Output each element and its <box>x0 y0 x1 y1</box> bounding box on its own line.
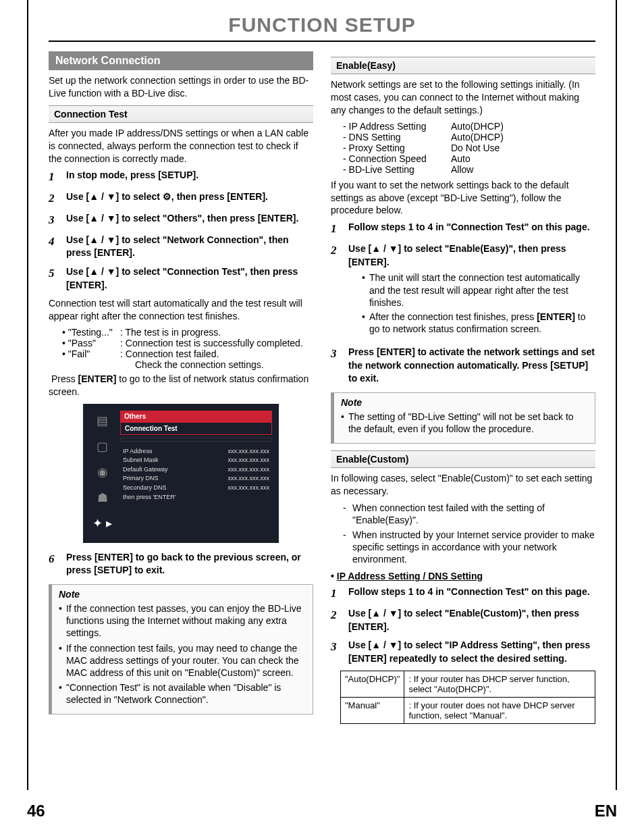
result-pass: • "Pass": Connection test is successfull… <box>62 338 313 348</box>
page-number: 46 <box>27 802 45 820</box>
custom-step-2: 2Use [▲ / ▼] to select "Enable(Custom)",… <box>331 607 595 633</box>
setting-speed: - Connection SpeedAuto <box>343 153 595 164</box>
step-6: 6Press [ENTER] to go back to the previou… <box>49 551 313 577</box>
right-column: Enable(Easy) Network settings are set to… <box>331 51 595 724</box>
table-row: "Manual" : If your router does not have … <box>341 698 595 724</box>
result-testing: • "Testing...": The test is in progress. <box>62 327 313 338</box>
osd-note: then press 'ENTER' <box>123 494 269 500</box>
easy-sub-1: The unit will start the connection test … <box>362 271 595 309</box>
connection-test-intro: After you made IP address/DNS settings o… <box>49 127 313 165</box>
easy-sub-2: After the connection test finishes, pres… <box>362 311 595 335</box>
easy-step-2: 2 Use [▲ / ▼] to select "Enable(Easy)", … <box>331 242 595 340</box>
step-3: 3Use [▲ / ▼] to select "Others", then pr… <box>49 212 313 228</box>
easy-step-1: 1Follow steps 1 to 4 in "Connection Test… <box>331 221 595 237</box>
enable-custom-intro: In following cases, select "Enable(Custo… <box>331 472 595 498</box>
table-row: "Auto(DHCP)" : If your router has DHCP s… <box>341 671 595 698</box>
osd-screenshot: ▤ ▢ ◉ ☗ ✦ ▸ Others Connection Test IP Ad… <box>83 404 279 543</box>
osd-row-gateway: Default Gatewayxxx.xxx.xxx.xxx <box>123 465 269 475</box>
step-5: 5Use [▲ / ▼] to select "Connection Test"… <box>49 265 313 292</box>
custom-step-1: 1Follow steps 1 to 4 in "Connection Test… <box>331 585 595 602</box>
press-enter-text: Press [ENTER] to go to the list of netwo… <box>49 373 313 398</box>
options-table: "Auto(DHCP)" : If your router has DHCP s… <box>340 671 595 724</box>
title-rule <box>49 41 595 42</box>
osd-row-ip: IP Addressxxx.xxx.xxx.xxx <box>123 447 269 457</box>
left-column: Network Connection Set up the network co… <box>49 51 313 724</box>
step-1: 1In stop mode, press [SETUP]. <box>49 169 313 185</box>
custom-case-2: When instructed by your Internet service… <box>343 529 595 566</box>
note-item: If the connection test fails, you may ne… <box>59 642 306 679</box>
note-title: Note <box>341 397 588 408</box>
note-item: If the connection test passes, you can e… <box>59 602 306 640</box>
note-item: The setting of "BD-Live Setting" will no… <box>341 411 588 435</box>
ip-dns-heading: • IP Address Setting / DNS Setting <box>331 571 595 581</box>
note-item: "Connection Test" is not available when … <box>59 681 306 706</box>
setting-ip: - IP Address SettingAuto(DHCP) <box>343 121 595 132</box>
easy-step-3: 3Press [ENTER] to activate the network s… <box>331 346 595 386</box>
osd-icon-others: ✦ ▸ <box>92 516 112 531</box>
enable-easy-intro: Network settings are set to the followin… <box>331 78 595 117</box>
osd-row-subnet: Subnet Maskxxx.xxx.xxx.xxx <box>123 456 269 465</box>
note-title: Note <box>59 589 306 600</box>
enable-easy-reset: If you want to set the network settings … <box>331 179 595 217</box>
step-2: 2Use [▲ / ▼] to select ⚙, then press [EN… <box>49 190 313 207</box>
osd-row-pdns: Primary DNSxxx.xxx.xxx.xxx <box>123 474 269 484</box>
subhead-enable-easy: Enable(Easy) <box>331 57 595 74</box>
note-box-left: Note If the connection test passes, you … <box>49 584 313 715</box>
page-title: FUNCTION SETUP <box>49 14 595 36</box>
osd-icon-parental: ☗ <box>97 490 108 505</box>
setting-dns: - DNS SettingAuto(DHCP) <box>343 132 595 142</box>
result-fail-extra: Check the connection settings. <box>62 359 313 370</box>
osd-sub-connection-test: Connection Test <box>120 422 272 435</box>
step-4: 4Use [▲ / ▼] to select "Network Connecti… <box>49 234 313 260</box>
custom-case-1: When connection test failed with the set… <box>343 502 595 526</box>
result-fail: • "Fail": Connection test failed. <box>62 348 313 359</box>
custom-step-3: 3Use [▲ / ▼] to select "IP Address Setti… <box>331 639 595 665</box>
osd-icon-language: ▤ <box>97 413 108 428</box>
section-network-connection: Network Connection <box>49 51 313 70</box>
page-lang: EN <box>595 802 617 820</box>
osd-icon-audio: ◉ <box>97 465 108 479</box>
subhead-connection-test: Connection Test <box>49 105 313 123</box>
subhead-enable-custom: Enable(Custom) <box>331 450 595 468</box>
osd-row-sdns: Secondary DNSxxx.xxx.xxx.xxx <box>123 484 269 493</box>
intro-text: Set up the network connection settings i… <box>49 74 313 100</box>
setting-proxy: - Proxy SettingDo Not Use <box>343 142 595 153</box>
after-steps-text: Connection test will start automatically… <box>49 297 313 323</box>
note-box-easy: Note The setting of "BD-Live Setting" wi… <box>331 392 595 444</box>
osd-icon-display: ▢ <box>97 439 108 454</box>
setting-bdlive: - BD-Live SettingAllow <box>343 164 595 175</box>
osd-head-others: Others <box>120 411 272 422</box>
